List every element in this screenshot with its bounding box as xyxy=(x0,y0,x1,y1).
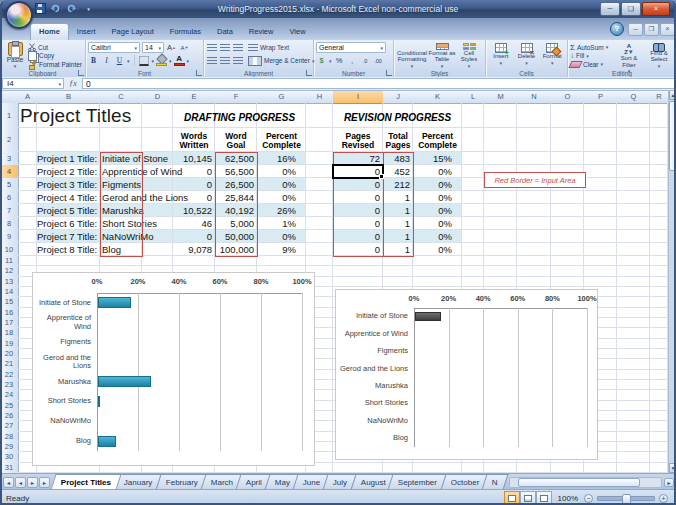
cell-B8[interactable]: Project 6 Title: xyxy=(37,217,100,230)
tab-view[interactable]: View xyxy=(281,24,313,40)
align-middle-button[interactable] xyxy=(219,42,230,53)
row-header-5[interactable]: 5 xyxy=(0,178,19,192)
insert-function-button[interactable]: ƒx xyxy=(64,79,82,88)
cell-E6[interactable]: 0 xyxy=(173,191,215,204)
scroll-down-button[interactable]: ▼ xyxy=(669,463,676,473)
vertical-scrollbar[interactable]: ▲ ▼ xyxy=(668,90,676,473)
cell-I9[interactable]: 0 xyxy=(333,230,383,243)
zoom-in-button[interactable]: + xyxy=(659,494,668,503)
horizontal-scrollbar[interactable]: ► xyxy=(509,476,674,488)
clipboard-dialog-launcher[interactable] xyxy=(78,70,84,76)
cell-J10[interactable]: 1 xyxy=(383,243,413,256)
page-break-view-button[interactable] xyxy=(536,491,552,505)
fill-button[interactable]: ↓ Fill▾ xyxy=(570,52,614,60)
align-left-button[interactable] xyxy=(206,55,217,66)
insert-cells-button[interactable]: Insert▾ xyxy=(488,42,514,69)
comma-style-button[interactable]: , xyxy=(347,55,358,66)
column-header-O[interactable]: O xyxy=(551,90,585,104)
row-header-6[interactable]: 6 xyxy=(0,191,19,205)
worksheet-grid[interactable]: 0%20%40%60%80%100%Initiate of StoneAppre… xyxy=(0,90,668,473)
align-top-button[interactable] xyxy=(206,42,217,53)
selected-cell-I4[interactable] xyxy=(332,164,384,179)
workbook-close-button[interactable]: × xyxy=(660,23,675,36)
delete-cells-button[interactable]: Delete▾ xyxy=(514,42,540,69)
cell-K8[interactable]: 0% xyxy=(413,217,462,230)
format-painter-button[interactable]: Format Painter xyxy=(28,60,82,68)
cell-B6[interactable]: Project 4 Title: xyxy=(37,191,100,204)
cell-G6[interactable]: 0% xyxy=(257,191,306,204)
row-header-3[interactable]: 3 xyxy=(0,152,19,166)
row-header-7[interactable]: 7 xyxy=(0,204,19,218)
vertical-scroll-thumb[interactable] xyxy=(669,101,676,171)
cell-C4[interactable]: Apprentice of Wind xyxy=(100,165,182,178)
revision-progress-chart[interactable]: 0%20%40%60%80%100%Initiate of StoneAppre… xyxy=(335,289,598,460)
cell-J4[interactable]: 452 xyxy=(383,165,413,178)
italic-button[interactable]: I xyxy=(101,55,112,66)
shrink-font-button[interactable]: A▼ xyxy=(179,42,190,53)
first-sheet-button[interactable]: ◄ xyxy=(3,477,14,488)
decrease-decimal-button[interactable]: .00 xyxy=(373,55,384,66)
accounting-format-button[interactable]: $ xyxy=(316,55,327,66)
row-header-2[interactable]: 2 xyxy=(0,128,19,153)
sheet-tab-september[interactable]: September xyxy=(388,474,448,490)
cell-F6[interactable]: 25,844 xyxy=(215,191,257,204)
clear-button[interactable]: Clear▾ xyxy=(570,60,614,68)
zoom-level[interactable]: 100% xyxy=(558,494,578,503)
cell-E9[interactable]: 0 xyxy=(173,230,215,243)
column-header-E[interactable]: E xyxy=(173,90,216,104)
font-dialog-launcher[interactable] xyxy=(196,70,202,76)
conditional-formatting-button[interactable]: Conditional Formatting▾ xyxy=(396,42,428,69)
column-header-Q[interactable]: Q xyxy=(617,90,651,104)
row-header-31[interactable]: 31 xyxy=(0,463,19,473)
drafting-progress-chart[interactable]: 0%20%40%60%80%100%Initiate of StoneAppre… xyxy=(32,272,315,466)
horizontal-scroll-thumb[interactable] xyxy=(518,478,640,487)
cell-J5[interactable]: 212 xyxy=(383,178,413,191)
number-dialog-launcher[interactable] xyxy=(386,70,392,76)
increase-decimal-button[interactable]: .0 xyxy=(360,55,371,66)
percent-style-button[interactable]: % xyxy=(334,55,345,66)
previous-sheet-button[interactable]: ◄ xyxy=(15,477,26,488)
cell-F8[interactable]: 5,000 xyxy=(215,217,257,230)
cell-J3[interactable]: 483 xyxy=(383,152,413,165)
maximize-button[interactable]: ❏ xyxy=(621,2,641,16)
cell-F7[interactable]: 40,192 xyxy=(215,204,257,217)
cell-K6[interactable]: 0% xyxy=(413,191,462,204)
workbook-restore-button[interactable]: ❐ xyxy=(644,23,659,36)
column-header-F[interactable]: F xyxy=(215,90,258,104)
cell-J6[interactable]: 1 xyxy=(383,191,413,204)
cell-G3[interactable]: 16% xyxy=(257,152,306,165)
row-header-1[interactable]: 1 xyxy=(0,103,19,129)
cell-F10[interactable]: 100,000 xyxy=(215,243,257,256)
cell-B9[interactable]: Project 7 Title: xyxy=(37,230,100,243)
zoom-out-button[interactable]: − xyxy=(584,494,593,503)
column-header-M[interactable]: M xyxy=(484,90,518,104)
formula-input[interactable]: 0 xyxy=(82,78,676,89)
cell-C3[interactable]: Initiate of Stone xyxy=(100,152,168,165)
find-select-button[interactable]: Find & Select▾ xyxy=(644,42,674,69)
cell-J8[interactable]: 1 xyxy=(383,217,413,230)
cell-J7[interactable]: 1 xyxy=(383,204,413,217)
cell-E3[interactable]: 10,145 xyxy=(173,152,215,165)
column-header-R[interactable]: R xyxy=(650,90,668,104)
merge-center-button[interactable]: Merge & Center ▾ xyxy=(248,57,314,65)
page-layout-view-button[interactable] xyxy=(520,491,536,505)
tab-data[interactable]: Data xyxy=(209,24,241,40)
fill-color-button[interactable] xyxy=(156,55,167,66)
cell-B10[interactable]: Project 8 Title: xyxy=(37,243,100,256)
cell-G4[interactable]: 0% xyxy=(257,165,306,178)
alignment-dialog-launcher[interactable] xyxy=(306,70,312,76)
tab-insert[interactable]: Insert xyxy=(69,24,104,40)
column-header-B[interactable]: B xyxy=(37,90,101,104)
paste-button[interactable]: Paste ▾ xyxy=(2,42,28,69)
align-right-button[interactable] xyxy=(232,55,243,66)
column-header-J[interactable]: J xyxy=(383,90,414,104)
cell-F3[interactable]: 62,500 xyxy=(215,152,257,165)
format-cells-button[interactable]: Format▾ xyxy=(539,42,565,69)
column-header-N[interactable]: N xyxy=(517,90,552,104)
font-family-combo[interactable]: Calibri▾ xyxy=(88,42,140,53)
name-box[interactable]: I4 ▾ xyxy=(2,78,64,89)
cell-F4[interactable]: 56,500 xyxy=(215,165,257,178)
sheet-tab-project-titles[interactable]: Project Titles xyxy=(50,474,121,490)
borders-button[interactable] xyxy=(139,55,150,66)
cell-B4[interactable]: Project 2 Title: xyxy=(37,165,100,178)
